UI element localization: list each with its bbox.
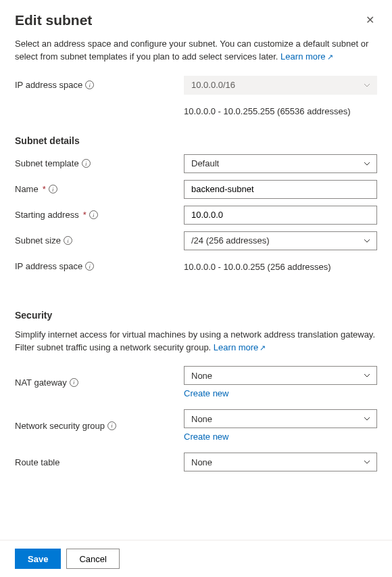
ip-space-label: IP address space	[15, 261, 82, 271]
page-title: Edit subnet	[15, 12, 92, 28]
chevron-down-icon	[363, 371, 371, 379]
info-icon[interactable]: i	[64, 236, 72, 245]
name-label: Name	[15, 184, 39, 194]
security-heading: Security	[15, 310, 377, 321]
starting-address-input[interactable]	[184, 206, 377, 225]
chevron-down-icon	[363, 237, 371, 245]
subnet-template-value: Default	[191, 158, 219, 168]
chevron-down-icon	[363, 415, 371, 423]
nsg-label: Network security group	[15, 421, 105, 431]
subnet-details-heading: Subnet details	[15, 135, 377, 146]
chevron-down-icon	[363, 160, 371, 168]
close-icon[interactable]: ✕	[363, 12, 377, 28]
route-table-value: None	[191, 457, 212, 467]
info-icon[interactable]: i	[85, 80, 94, 89]
route-table-select[interactable]: None	[184, 453, 377, 471]
ip-address-space-range: 10.0.0.0 - 10.0.255.255 (65536 addresses…	[184, 105, 377, 116]
ip-address-space-select: 10.0.0.0/16	[184, 76, 377, 95]
name-input[interactable]	[184, 180, 377, 199]
nsg-create-new-link[interactable]: Create new	[184, 432, 228, 442]
info-icon[interactable]: i	[89, 210, 98, 219]
chevron-down-icon	[363, 81, 371, 89]
subnet-template-label: Subnet template	[15, 158, 79, 168]
ip-address-space-label: IP address space	[15, 80, 82, 90]
security-learn-more-link[interactable]: Learn more↗	[214, 342, 266, 352]
subnet-size-select[interactable]: /24 (256 addresses)	[184, 231, 377, 250]
info-icon[interactable]: i	[85, 262, 94, 271]
subnet-size-label: Subnet size	[15, 235, 61, 246]
subnet-size-value: /24 (256 addresses)	[191, 235, 270, 246]
required-indicator: *	[83, 210, 87, 220]
cancel-button[interactable]: Cancel	[66, 549, 119, 569]
ip-address-space-value: 10.0.0.0/16	[191, 80, 235, 90]
info-icon[interactable]: i	[70, 378, 78, 387]
external-link-icon: ↗	[260, 344, 266, 352]
nat-gateway-label: NAT gateway	[15, 377, 67, 388]
info-icon[interactable]: i	[82, 159, 91, 168]
info-icon[interactable]: i	[107, 421, 116, 430]
starting-address-label: Starting address	[15, 210, 79, 220]
nsg-select[interactable]: None	[184, 409, 377, 428]
nat-gateway-select[interactable]: None	[184, 366, 377, 385]
chevron-down-icon	[363, 458, 371, 466]
security-learn-more-label: Learn more	[214, 342, 258, 352]
nat-create-new-link[interactable]: Create new	[184, 388, 228, 398]
required-indicator: *	[43, 184, 46, 194]
subnet-template-select[interactable]: Default	[184, 154, 377, 173]
nsg-value: None	[191, 414, 212, 424]
footer: Save Cancel	[0, 540, 392, 577]
security-desc-text: Simplify internet access for virtual mac…	[15, 329, 375, 352]
nat-gateway-value: None	[191, 371, 212, 381]
external-link-icon: ↗	[327, 53, 333, 61]
ip-space-value: 10.0.0.0 - 10.0.0.255 (256 addresses)	[184, 260, 377, 272]
security-desc: Simplify internet access for virtual mac…	[15, 329, 377, 354]
save-button[interactable]: Save	[15, 549, 61, 569]
intro-learn-more-link[interactable]: Learn more↗	[280, 51, 333, 62]
route-table-label: Route table	[15, 457, 60, 467]
info-icon[interactable]: i	[49, 185, 57, 193]
intro-learn-more-label: Learn more	[280, 51, 325, 62]
intro-text: Select an address space and configure yo…	[15, 38, 377, 64]
